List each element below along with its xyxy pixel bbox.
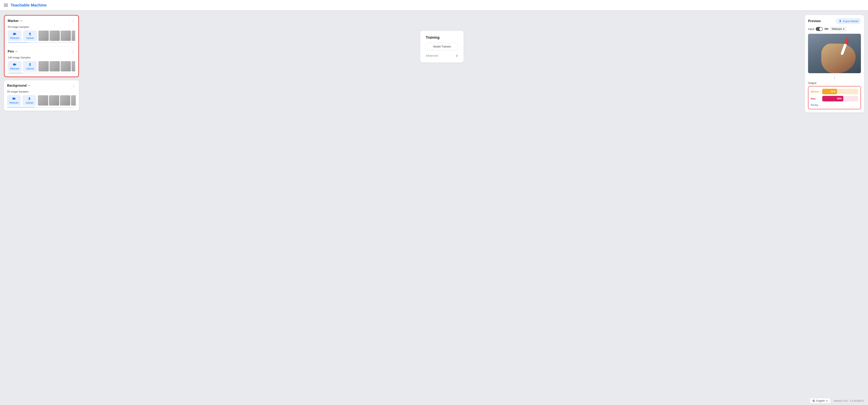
output-backg-label[interactable]: Backg... (811, 103, 820, 106)
marker-thumb-strip (38, 31, 75, 41)
pen-name-text: Pen (8, 50, 14, 54)
bg-thumb-3 (60, 95, 70, 105)
bg-class-name: Background ✏ (7, 84, 31, 88)
webcam-select-label: Webcam (832, 27, 842, 30)
marker-webcam-btn[interactable]: Webcam (8, 30, 22, 41)
preview-header: Preview Export Model (808, 18, 861, 24)
background-class-card: Background ✏ ⋮ 55 Image Samples Webcam U… (4, 80, 79, 111)
marker-upload-btn[interactable]: Upload (23, 30, 37, 41)
version-text: release-2-4-5 · 2.4.5#18d7c1 (834, 400, 864, 402)
preview-panel: Preview Export Model Input ON Webcam ∨ (805, 15, 864, 113)
marker-thumb-1 (38, 31, 49, 41)
pen-more-icon[interactable]: ⋮ (71, 49, 75, 54)
language-select[interactable]: English ∨ (810, 398, 831, 403)
output-marker-percent: 41% (831, 90, 835, 93)
bg-scroll-indicator (7, 107, 76, 107)
marker-webcam-label: Webcam (10, 37, 19, 39)
output-section: Marker 41% Pen 59% (808, 86, 861, 109)
training-title: Training (426, 35, 458, 40)
marker-upload-label: Upload (26, 37, 34, 39)
bg-upload-btn[interactable]: Upload (23, 95, 36, 106)
lang-chevron-icon: ∨ (826, 399, 828, 402)
export-model-button[interactable]: Export Model (836, 18, 861, 24)
advanced-label: Advanced (426, 54, 438, 57)
marker-more-icon[interactable]: ⋮ (71, 19, 75, 23)
bg-edit-icon[interactable]: ✏ (28, 84, 31, 87)
pen-class-section: Pen ✏ ⋮ 148 Image Samples Webcam Upload (4, 46, 78, 76)
pen-edit-icon[interactable]: ✏ (16, 50, 18, 53)
marker-edit-icon[interactable]: ✏ (20, 19, 23, 23)
camera-preview (808, 34, 861, 73)
export-label: Export Model (843, 20, 858, 23)
bg-name-text: Background (7, 84, 27, 88)
marker-class-section: Marker ✏ ⋮ 59 Image Samples Webcam Uploa… (4, 15, 78, 46)
pen-class-name: Pen ✏ (8, 50, 18, 54)
bg-more-icon[interactable]: ⋮ (72, 84, 76, 88)
bg-thumb-4 (71, 95, 76, 105)
output-backg-row: Backg... (811, 103, 858, 106)
output-row-pen: Pen 59% (811, 96, 858, 101)
pen-upload-btn[interactable]: Upload (23, 61, 37, 72)
pen-sample-count: 148 Image Samples (8, 56, 75, 59)
pen-class-header: Pen ✏ ⋮ (8, 49, 75, 54)
combined-class-card: Marker ✏ ⋮ 59 Image Samples Webcam Uploa… (4, 15, 79, 77)
bg-thumb-1 (38, 95, 48, 105)
pen-thumb-3 (61, 61, 71, 71)
toggle-knob (819, 27, 823, 31)
arrow-down-icon: ↓ (808, 75, 861, 80)
training-area: Training Model Trained Advanced ∨ (79, 15, 805, 63)
output-row-marker: Marker 41% (811, 89, 858, 94)
marker-sample-count: 59 Image Samples (8, 26, 75, 28)
app-header: Teachable Machine (0, 0, 868, 10)
output-marker-fill: 41% (822, 89, 837, 94)
preview-title: Preview (808, 19, 820, 23)
marker-class-header: Marker ✏ ⋮ (8, 19, 75, 23)
footer: English ∨ release-2-4-5 · 2.4.5#18d7c1 (806, 397, 868, 405)
pen-upload-label: Upload (26, 67, 34, 70)
output-pen-bar-container: 59% (822, 96, 858, 101)
webcam-chevron-icon: ∨ (843, 27, 845, 30)
bg-upload-label: Upload (26, 101, 33, 104)
bg-actions: Webcam Upload (7, 95, 76, 106)
pen-scroll-indicator (8, 73, 75, 73)
marker-thumb-2 (50, 31, 60, 41)
input-row: Input ON Webcam ∨ (808, 26, 861, 31)
output-pen-percent: 59% (837, 97, 842, 100)
bg-webcam-label: Webcam (9, 101, 19, 104)
input-toggle[interactable] (816, 27, 823, 31)
bg-scroll-thumb (7, 107, 34, 107)
output-pen-fill: 59% (822, 96, 843, 101)
pen-thumb-2 (50, 61, 60, 71)
main-layout: Marker ✏ ⋮ 59 Image Samples Webcam Uploa… (0, 10, 868, 405)
marker-class-name: Marker ✏ (8, 19, 23, 23)
input-label: Input (808, 27, 814, 31)
output-marker-bar-container: 41% (822, 89, 858, 94)
marker-name-text: Marker (8, 19, 19, 23)
training-card: Training Model Trained Advanced ∨ (420, 31, 464, 63)
marker-actions: Webcam Upload (8, 30, 75, 41)
output-title-row: Output (808, 81, 861, 85)
app-title: Teachable Machine (11, 3, 46, 7)
bg-thumb-strip (38, 95, 76, 105)
output-pen-label: Pen (811, 97, 820, 100)
pen-webcam-btn[interactable]: Webcam (8, 61, 22, 72)
webcam-select[interactable]: Webcam ∨ (830, 26, 847, 31)
model-trained-button[interactable]: Model Trained (426, 43, 458, 50)
pen-scroll-thumb (9, 73, 22, 73)
marker-thumb-4 (72, 31, 75, 41)
output-marker-label: Marker (811, 90, 820, 93)
pen-thumb-strip (38, 61, 75, 71)
classes-panel: Marker ✏ ⋮ 59 Image Samples Webcam Uploa… (4, 15, 79, 111)
pen-thumb-4 (72, 61, 75, 71)
advanced-row[interactable]: Advanced ∨ (426, 54, 458, 58)
bg-thumb-2 (49, 95, 59, 105)
toggle-on-label: ON (825, 27, 828, 30)
bg-webcam-btn[interactable]: Webcam (7, 95, 21, 106)
chevron-down-icon: ∨ (456, 54, 458, 58)
hamburger-menu[interactable] (4, 4, 8, 6)
pen-actions: Webcam Upload (8, 61, 75, 72)
marker-thumb-3 (61, 31, 71, 41)
marker-scroll-thumb (8, 42, 28, 43)
marker-scroll-indicator (8, 42, 75, 43)
pen-thumb-1 (38, 61, 49, 71)
